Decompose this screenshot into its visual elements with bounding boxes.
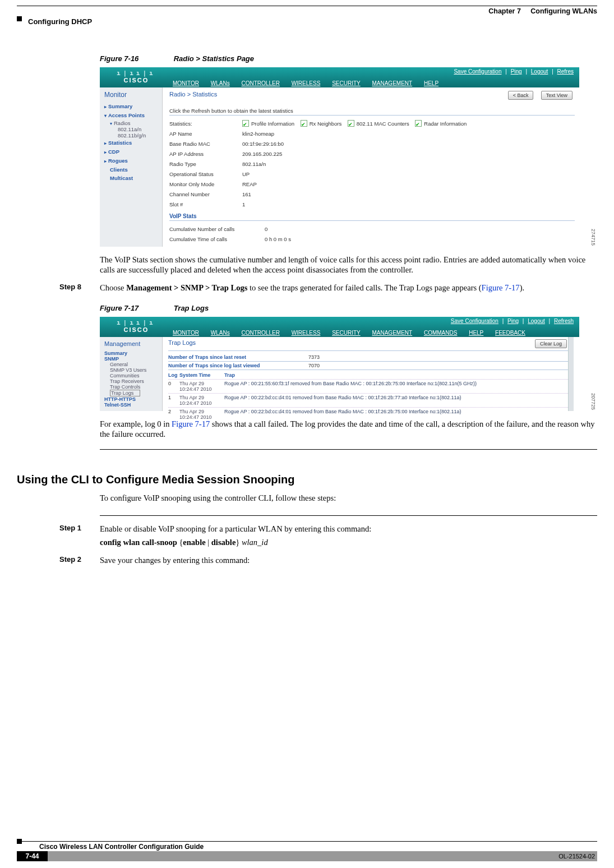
sidebar2-users[interactable]: SNMP V3 Users xyxy=(110,367,162,373)
nav-management[interactable]: MANAGEMENT xyxy=(372,80,412,86)
figure-16-number: Figure 7-16 xyxy=(100,54,172,63)
trap-logs-title: Trap Logs xyxy=(168,339,196,346)
sidebar2-general[interactable]: General xyxy=(110,362,162,367)
nav-monitor[interactable]: MONITOR xyxy=(173,80,199,86)
checkbox-mac-counters[interactable] xyxy=(348,120,354,127)
op-status-label: Operational Status xyxy=(169,169,242,179)
monitor-mode-value: REAP xyxy=(242,179,257,190)
ap-ip-value: 209.165.200.225 xyxy=(242,149,282,159)
ping-link-2[interactable]: Ping xyxy=(507,318,519,324)
traps-since-view-value: 7070 xyxy=(308,363,320,368)
page-footer: Cisco Wireless LAN Controller Configurat… xyxy=(17,841,597,861)
nav-help[interactable]: HELP xyxy=(424,80,438,86)
figure-17-screenshot: ı|ıı|ıCISCO Save Configuration | Ping | … xyxy=(100,317,579,411)
sidebar2-summary[interactable]: Summary xyxy=(104,350,127,356)
save-config-link[interactable]: Save Configuration xyxy=(454,68,501,75)
nav-security[interactable]: SECURITY xyxy=(332,80,361,86)
refresh-link[interactable]: Refres xyxy=(557,68,574,75)
scrollbar[interactable] xyxy=(568,337,574,411)
radio-type-value: 802.11a/n xyxy=(242,159,266,169)
clear-log-button[interactable]: Clear Log xyxy=(535,339,567,348)
step-8-text: Choose Management > SNMP > Trap Logs to … xyxy=(100,283,597,293)
sidebar-statistics[interactable]: Statistics xyxy=(104,138,162,147)
cisco-logo: ı|ıı|ıCISCO xyxy=(117,70,156,84)
figure-17-caption: Figure 7-17 Trap Logs xyxy=(100,304,597,312)
sidebar-radios[interactable]: Radios xyxy=(110,120,162,126)
refresh-instruction: Click the Refresh button to obtain the l… xyxy=(169,108,575,114)
sidebar-access-points[interactable]: Access Points xyxy=(104,111,162,120)
sidebar-2: Management Summary SNMP General SNMP V3 … xyxy=(100,337,163,411)
nav2-monitor[interactable]: MONITOR xyxy=(173,330,199,336)
voip-num-calls-value: 0 xyxy=(265,224,267,234)
page-number: 7-44 xyxy=(17,851,48,861)
figure-16-screenshot: ı|ıı|ıCISCO Save Configuration | Ping | … xyxy=(100,67,579,247)
figure-16-title: Radio > Statistics Page xyxy=(174,54,254,63)
figure-16-caption: Figure 7-16 Radio > Statistics Page xyxy=(100,54,597,63)
sidebar-rogues[interactable]: Rogues xyxy=(104,156,162,165)
table-row: 0 Thu Apr 29 10:24:47 2010 Rogue AP : 00… xyxy=(168,379,569,393)
nav2-management[interactable]: MANAGEMENT xyxy=(372,330,412,336)
text-view-button[interactable]: Text View xyxy=(541,91,573,100)
sidebar: Monitor Summary Access Points Radios 802… xyxy=(100,87,163,247)
figure-17-link[interactable]: Figure 7-17 xyxy=(482,283,520,292)
nav-controller[interactable]: CONTROLLER xyxy=(242,80,280,86)
slot-value: 1 xyxy=(242,200,245,210)
channel-label: Channel Number xyxy=(169,190,242,200)
para-cli-intro: To configure VoIP snooping using the con… xyxy=(100,493,597,503)
ping-link[interactable]: Ping xyxy=(511,68,522,75)
nav2-feedback[interactable]: FEEDBACK xyxy=(495,330,525,336)
nav2-controller[interactable]: CONTROLLER xyxy=(242,330,280,336)
sidebar-cdp[interactable]: CDP xyxy=(104,147,162,156)
ap-name-label: AP Name xyxy=(169,129,242,139)
checkbox-profile-info[interactable] xyxy=(242,120,249,127)
sidebar-80211an[interactable]: 802.11a/n xyxy=(118,126,162,132)
footer-book-title: Cisco Wireless LAN Controller Configurat… xyxy=(39,843,597,851)
sidebar2-comm[interactable]: Communities xyxy=(110,373,162,378)
footer-square-mark xyxy=(17,839,22,844)
stats-label: Statistics: xyxy=(169,119,242,129)
logout-link-2[interactable]: Logout xyxy=(528,318,545,324)
sidebar2-snmp[interactable]: SNMP xyxy=(104,356,119,362)
sidebar-clients[interactable]: Clients xyxy=(110,165,162,174)
radio-type-label: Radio Type xyxy=(169,159,242,169)
nav2-security[interactable]: SECURITY xyxy=(332,330,361,336)
sidebar2-http[interactable]: HTTP-HTTPS xyxy=(104,396,136,402)
running-head-left: Configuring DHCP xyxy=(28,17,92,26)
save-config-link-2[interactable]: Save Configuration xyxy=(451,318,498,324)
logout-link[interactable]: Logout xyxy=(531,68,548,75)
checkbox-rx-neighbors[interactable] xyxy=(301,120,307,127)
chapter-title: Configuring WLANs xyxy=(530,7,597,15)
nav2-wlans[interactable]: WLANs xyxy=(211,330,230,336)
traps-since-view-label: Number of Traps since log last viewed xyxy=(168,363,308,368)
checkbox-radar-info[interactable] xyxy=(415,120,422,127)
sidebar-summary[interactable]: Summary xyxy=(104,102,162,111)
top-utility-links: Save Configuration | Ping | Logout | Ref… xyxy=(451,68,576,75)
step-2-text: Save your changes by entering this comma… xyxy=(100,555,597,565)
sidebar2-traplogs[interactable]: Trap Logs xyxy=(110,390,140,396)
step-2-label: Step 2 xyxy=(59,555,81,564)
main-nav: MONITOR WLANs CONTROLLER WIRELESS SECURI… xyxy=(173,80,449,86)
sidebar2-telnet[interactable]: Telnet-SSH xyxy=(104,402,131,408)
step-1-label: Step 1 xyxy=(59,524,81,532)
slot-label: Slot # xyxy=(169,200,242,210)
nav-wlans[interactable]: WLANs xyxy=(211,80,230,86)
top-utility-links-2: Save Configuration | Ping | Logout | Ref… xyxy=(449,318,576,324)
figure-16-image-number: 274715 xyxy=(590,229,596,246)
base-radio-mac-label: Base Radio MAC xyxy=(169,139,242,149)
col-trap: Trap xyxy=(224,372,569,378)
step-1-command: config wlan call-snoop {enable | disable… xyxy=(100,537,597,547)
main-panel: Radio > Statistics < Back Text View Clic… xyxy=(163,87,579,247)
voip-time-calls-value: 0 h 0 m 0 s xyxy=(265,234,291,244)
sidebar-80211bgn[interactable]: 802.11b/g/n xyxy=(118,132,162,138)
refresh-link-2[interactable]: Refresh xyxy=(554,318,574,324)
main-nav-2: MONITOR WLANs CONTROLLER WIRELESS SECURI… xyxy=(173,330,535,336)
sidebar2-recv[interactable]: Trap Receivers xyxy=(110,378,162,384)
figure-17-image-number: 207725 xyxy=(590,393,596,410)
back-button[interactable]: < Back xyxy=(508,91,534,100)
nav-wireless[interactable]: WIRELESS xyxy=(292,80,321,86)
nav2-commands[interactable]: COMMANDS xyxy=(424,330,457,336)
nav2-help[interactable]: HELP xyxy=(469,330,483,336)
sidebar-multicast[interactable]: Multicast xyxy=(110,174,162,182)
nav2-wireless[interactable]: WIRELESS xyxy=(292,330,321,336)
sidebar2-ctrl[interactable]: Trap Controls xyxy=(110,384,162,390)
